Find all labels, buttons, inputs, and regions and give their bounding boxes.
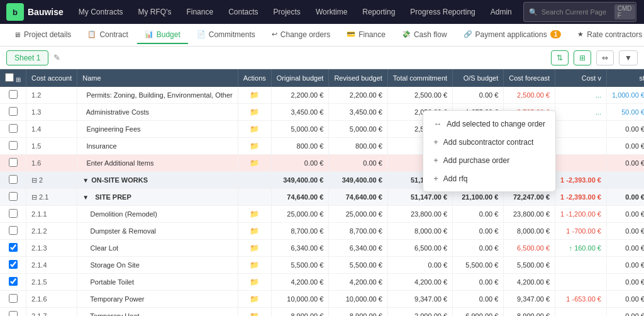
row-actions[interactable]: 📁 [238, 206, 271, 223]
nav-admin[interactable]: Admin [484, 5, 518, 19]
context-menu-item[interactable]: ↔Add selected to change order [423, 115, 555, 133]
row-checkbox[interactable] [9, 158, 18, 167]
row-checkbox-cell[interactable] [0, 206, 26, 223]
nav-reporting[interactable]: Reporting [356, 5, 401, 19]
row-checkbox-cell[interactable] [0, 257, 26, 274]
tab-commitments[interactable]: 📄 Commitments [189, 26, 263, 44]
folder-icon[interactable]: 📁 [250, 125, 259, 133]
row-checkbox[interactable] [9, 124, 18, 133]
col-total-commitment[interactable]: Total commitment [387, 69, 452, 87]
row-actions[interactable]: 📁 [238, 87, 271, 104]
sheet-tab[interactable]: Sheet 1 [6, 50, 48, 65]
folder-icon[interactable]: 📁 [250, 295, 259, 303]
row-checkbox[interactable] [9, 294, 18, 303]
col-original-budget[interactable]: Original budget [271, 69, 329, 87]
row-actions[interactable]: 📁 [238, 138, 271, 155]
col-cost-v[interactable]: Cost v [555, 69, 607, 87]
filter-button[interactable]: ▼ [619, 50, 638, 65]
expand-all-icon[interactable]: ⊞ [16, 76, 21, 83]
row-actions[interactable] [238, 189, 271, 206]
row-checkbox[interactable] [9, 260, 18, 269]
nav-projects[interactable]: Projects [267, 5, 307, 19]
row-actions[interactable] [238, 172, 271, 189]
folder-icon[interactable]: 📁 [250, 312, 259, 316]
folder-icon[interactable]: 📁 [250, 159, 259, 167]
tab-finance[interactable]: 💳 Finance [339, 26, 393, 44]
row-actions[interactable]: 📁 [238, 308, 271, 317]
grid-view-button[interactable]: ⊞ [574, 50, 591, 65]
adjust-columns-button[interactable]: ⇔ [596, 50, 614, 65]
context-menu-item[interactable]: +Add subcontractor contract [423, 133, 555, 151]
tab-contract[interactable]: 📋 Contract [80, 26, 135, 44]
table-row: 2.1.3 Clear Lot 📁 6,340.00 € 6,340.00 € … [0, 240, 644, 257]
nav-finance[interactable]: Finance [180, 5, 219, 19]
row-checkbox-cell[interactable] [0, 104, 26, 121]
search-input[interactable] [541, 8, 611, 16]
folder-icon[interactable]: 📁 [250, 142, 259, 150]
folder-icon[interactable]: 📁 [250, 261, 259, 269]
folder-icon[interactable]: 📁 [250, 91, 259, 99]
row-checkbox-cell[interactable] [0, 87, 26, 104]
context-menu-item[interactable]: +Add purchase order [423, 151, 555, 169]
budget-table-container: ⊞ Cost account Name Actions Original bud… [0, 69, 644, 316]
nav-my-contracts[interactable]: My Contracts [72, 5, 130, 19]
nav-my-rfqs[interactable]: My RFQ's [132, 5, 178, 19]
nav-contacts[interactable]: Contacts [222, 5, 264, 19]
col-st[interactable]: st [606, 69, 644, 87]
row-actions[interactable]: 📁 [238, 291, 271, 308]
contract-icon: 📋 [87, 30, 96, 38]
row-actions[interactable]: 📁 [238, 223, 271, 240]
row-checkbox[interactable] [9, 311, 18, 316]
tab-budget[interactable]: 📊 Budget [137, 26, 188, 44]
row-checkbox-cell[interactable] [0, 155, 26, 172]
row-checkbox-cell[interactable] [0, 308, 26, 317]
row-checkbox[interactable] [9, 175, 18, 184]
row-checkbox[interactable] [9, 107, 18, 116]
col-os-budget[interactable]: O/S budget [453, 69, 504, 87]
row-checkbox[interactable] [9, 243, 18, 252]
folder-icon[interactable]: 📁 [250, 227, 259, 235]
logo-area[interactable]: b Bauwise [6, 3, 64, 21]
folder-icon[interactable]: 📁 [250, 278, 259, 286]
search-bar[interactable]: 🔍 CMD F [523, 2, 636, 22]
row-checkbox[interactable] [9, 226, 18, 235]
tab-change-orders[interactable]: ↩ Change orders [264, 26, 338, 44]
col-name[interactable]: Name [77, 69, 238, 87]
row-checkbox-cell[interactable] [0, 274, 26, 291]
row-actions[interactable]: 📁 [238, 274, 271, 291]
tab-project-details[interactable]: 🖥 Project details [6, 26, 79, 44]
row-checkbox[interactable] [9, 192, 18, 201]
folder-icon[interactable]: 📁 [250, 244, 259, 252]
sort-button[interactable]: ⇅ [551, 50, 569, 65]
row-checkbox-cell[interactable] [0, 189, 26, 206]
folder-icon[interactable]: 📁 [250, 108, 259, 116]
row-checkbox-cell[interactable] [0, 121, 26, 138]
context-menu-item[interactable]: +Add rfq [423, 169, 555, 188]
row-checkbox-cell[interactable] [0, 291, 26, 308]
tab-rate-contractors[interactable]: ★ Rate contractors [570, 26, 644, 44]
nav-worktime[interactable]: Worktime [309, 5, 353, 19]
row-actions[interactable]: 📁 [238, 104, 271, 121]
folder-icon[interactable]: 📁 [250, 210, 259, 218]
nav-progress-reporting[interactable]: Progress Reporting [404, 5, 481, 19]
tab-cash-flow[interactable]: 💸 Cash flow [394, 26, 455, 44]
col-revised-budget[interactable]: Revised budget [329, 69, 387, 87]
col-cost-forecast[interactable]: Cost forecast [504, 69, 555, 87]
row-checkbox[interactable] [9, 90, 18, 99]
tab-payment-applications[interactable]: 🔗 Payment applications 1 [456, 26, 569, 44]
col-cost-account[interactable]: Cost account [26, 69, 77, 87]
row-checkbox-cell[interactable] [0, 172, 26, 189]
row-checkbox[interactable] [9, 277, 18, 286]
row-actions[interactable]: 📁 [238, 257, 271, 274]
sheet-edit-button[interactable]: ✎ [53, 53, 60, 62]
row-checkbox[interactable] [9, 141, 18, 150]
row-checkbox[interactable] [9, 209, 18, 218]
row-actions[interactable]: 📁 [238, 240, 271, 257]
row-cost-v: 1 -1,200.00 € [555, 206, 607, 223]
row-checkbox-cell[interactable] [0, 138, 26, 155]
select-all-checkbox[interactable] [5, 73, 14, 82]
row-actions[interactable]: 📁 [238, 121, 271, 138]
row-checkbox-cell[interactable] [0, 240, 26, 257]
row-actions[interactable]: 📁 [238, 155, 271, 172]
row-checkbox-cell[interactable] [0, 223, 26, 240]
